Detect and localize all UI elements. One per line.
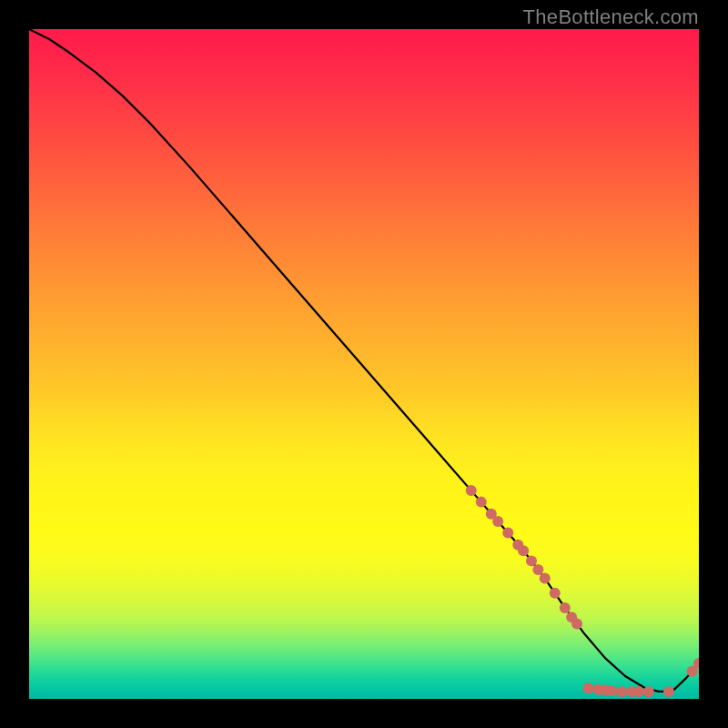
marker-dot xyxy=(492,516,503,527)
marker-dot xyxy=(583,682,594,693)
marker-dot xyxy=(606,685,617,696)
marker-dot xyxy=(518,545,529,556)
marker-dot xyxy=(540,573,551,584)
curve-line xyxy=(29,29,699,692)
marker-dot xyxy=(476,497,487,508)
chart-stage: TheBottleneck.com xyxy=(0,0,728,728)
plot-area xyxy=(29,29,699,699)
marker-dot xyxy=(532,564,543,575)
marker-dot xyxy=(663,686,674,697)
marker-dot xyxy=(526,555,537,566)
marker-dot xyxy=(643,686,654,697)
marker-dot xyxy=(550,588,561,599)
marker-dot xyxy=(466,485,477,496)
marker-dots xyxy=(466,485,699,697)
marker-dot xyxy=(616,686,627,697)
watermark-text: TheBottleneck.com xyxy=(523,5,699,29)
marker-dot xyxy=(633,686,644,697)
marker-dot xyxy=(571,619,582,630)
marker-dot xyxy=(560,602,571,613)
marker-dot xyxy=(502,527,513,538)
plot-svg xyxy=(29,29,699,699)
